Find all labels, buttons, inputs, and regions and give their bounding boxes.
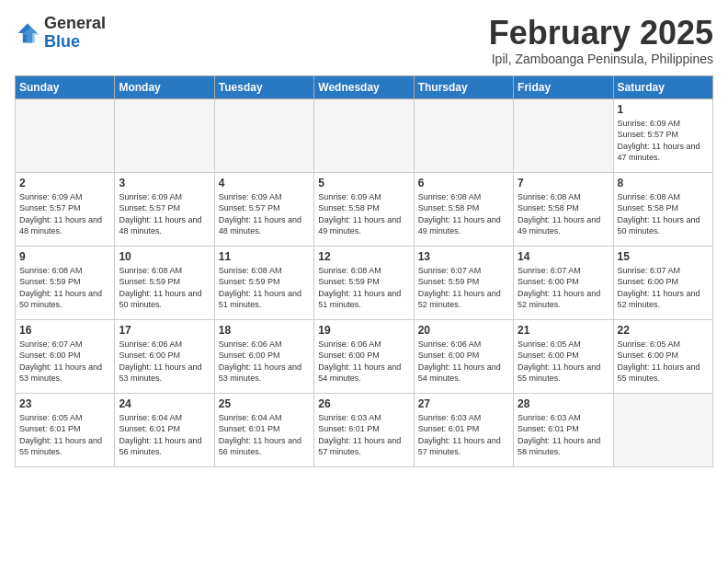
day-number: 26 — [318, 397, 409, 410]
weekday-header-wednesday: Wednesday — [314, 75, 414, 98]
day-info: Sunrise: 6:09 AM Sunset: 5:57 PM Dayligh… — [618, 118, 709, 164]
day-info: Sunrise: 6:05 AM Sunset: 6:01 PM Dayligh… — [19, 412, 110, 458]
day-info: Sunrise: 6:05 AM Sunset: 6:00 PM Dayligh… — [518, 339, 609, 385]
day-info: Sunrise: 6:08 AM Sunset: 5:58 PM Dayligh… — [618, 191, 709, 237]
calendar-day: 8Sunrise: 6:08 AM Sunset: 5:58 PM Daylig… — [613, 172, 712, 246]
day-number: 3 — [119, 177, 210, 190]
calendar-day: 2Sunrise: 6:09 AM Sunset: 5:57 PM Daylig… — [16, 172, 115, 246]
calendar-day: 15Sunrise: 6:07 AM Sunset: 6:00 PM Dayli… — [613, 246, 712, 319]
calendar-day: 27Sunrise: 6:03 AM Sunset: 6:01 PM Dayli… — [414, 393, 513, 466]
calendar-day: 21Sunrise: 6:05 AM Sunset: 6:00 PM Dayli… — [514, 319, 613, 393]
calendar-day: 7Sunrise: 6:08 AM Sunset: 5:58 PM Daylig… — [514, 172, 613, 246]
day-info: Sunrise: 6:03 AM Sunset: 6:01 PM Dayligh… — [318, 412, 409, 458]
calendar-day: 4Sunrise: 6:09 AM Sunset: 5:57 PM Daylig… — [214, 172, 313, 246]
day-number: 8 — [618, 177, 709, 190]
day-info: Sunrise: 6:08 AM Sunset: 5:59 PM Dayligh… — [318, 265, 409, 311]
weekday-header-monday: Monday — [115, 75, 214, 98]
day-info: Sunrise: 6:06 AM Sunset: 6:00 PM Dayligh… — [318, 339, 409, 385]
day-number: 11 — [219, 250, 310, 263]
day-number: 22 — [618, 324, 709, 337]
day-number: 12 — [318, 250, 409, 263]
calendar-day — [613, 393, 712, 466]
calendar-day: 22Sunrise: 6:05 AM Sunset: 6:00 PM Dayli… — [613, 319, 712, 393]
day-info: Sunrise: 6:09 AM Sunset: 5:57 PM Dayligh… — [19, 191, 110, 237]
day-info: Sunrise: 6:07 AM Sunset: 5:59 PM Dayligh… — [418, 265, 509, 311]
calendar-day: 26Sunrise: 6:03 AM Sunset: 6:01 PM Dayli… — [314, 393, 414, 466]
day-info: Sunrise: 6:09 AM Sunset: 5:57 PM Dayligh… — [119, 191, 210, 237]
calendar-week-3: 9Sunrise: 6:08 AM Sunset: 5:59 PM Daylig… — [16, 246, 713, 319]
calendar-day: 1Sunrise: 6:09 AM Sunset: 5:57 PM Daylig… — [613, 98, 712, 172]
day-number: 19 — [318, 324, 409, 337]
day-info: Sunrise: 6:07 AM Sunset: 6:00 PM Dayligh… — [19, 339, 110, 385]
weekday-header-saturday: Saturday — [613, 75, 712, 98]
day-info: Sunrise: 6:06 AM Sunset: 6:00 PM Dayligh… — [219, 339, 310, 385]
calendar-day: 23Sunrise: 6:05 AM Sunset: 6:01 PM Dayli… — [16, 393, 115, 466]
day-number: 21 — [518, 324, 609, 337]
calendar-header: SundayMondayTuesdayWednesdayThursdayFrid… — [16, 75, 713, 98]
day-info: Sunrise: 6:07 AM Sunset: 6:00 PM Dayligh… — [618, 265, 709, 311]
logo-icon — [15, 20, 40, 46]
day-info: Sunrise: 6:08 AM Sunset: 5:59 PM Dayligh… — [19, 265, 110, 311]
day-info: Sunrise: 6:08 AM Sunset: 5:59 PM Dayligh… — [119, 265, 210, 311]
calendar-week-1: 1Sunrise: 6:09 AM Sunset: 5:57 PM Daylig… — [16, 98, 713, 172]
day-number: 6 — [418, 177, 509, 190]
day-number: 27 — [418, 397, 509, 410]
calendar-day: 13Sunrise: 6:07 AM Sunset: 5:59 PM Dayli… — [414, 246, 513, 319]
calendar-day: 24Sunrise: 6:04 AM Sunset: 6:01 PM Dayli… — [115, 393, 214, 466]
calendar-day: 14Sunrise: 6:07 AM Sunset: 6:00 PM Dayli… — [514, 246, 613, 319]
day-info: Sunrise: 6:04 AM Sunset: 6:01 PM Dayligh… — [219, 412, 310, 458]
day-info: Sunrise: 6:06 AM Sunset: 6:00 PM Dayligh… — [418, 339, 509, 385]
calendar-day: 12Sunrise: 6:08 AM Sunset: 5:59 PM Dayli… — [314, 246, 414, 319]
day-number: 9 — [19, 250, 110, 263]
day-number: 18 — [219, 324, 310, 337]
day-number: 25 — [219, 397, 310, 410]
day-info: Sunrise: 6:08 AM Sunset: 5:58 PM Dayligh… — [518, 191, 609, 237]
day-info: Sunrise: 6:03 AM Sunset: 6:01 PM Dayligh… — [518, 412, 609, 458]
day-number: 17 — [119, 324, 210, 337]
day-number: 5 — [318, 177, 409, 190]
day-info: Sunrise: 6:09 AM Sunset: 5:57 PM Dayligh… — [219, 191, 310, 237]
day-info: Sunrise: 6:09 AM Sunset: 5:58 PM Dayligh… — [318, 191, 409, 237]
calendar-day: 17Sunrise: 6:06 AM Sunset: 6:00 PM Dayli… — [115, 319, 214, 393]
month-title: February 2025 — [489, 15, 713, 52]
day-info: Sunrise: 6:03 AM Sunset: 6:01 PM Dayligh… — [418, 412, 509, 458]
calendar-day: 19Sunrise: 6:06 AM Sunset: 6:00 PM Dayli… — [314, 319, 414, 393]
day-info: Sunrise: 6:08 AM Sunset: 5:58 PM Dayligh… — [418, 191, 509, 237]
calendar-day: 28Sunrise: 6:03 AM Sunset: 6:01 PM Dayli… — [514, 393, 613, 466]
weekday-header-friday: Friday — [514, 75, 613, 98]
weekday-header-tuesday: Tuesday — [214, 75, 313, 98]
day-number: 14 — [518, 250, 609, 263]
calendar-day: 25Sunrise: 6:04 AM Sunset: 6:01 PM Dayli… — [214, 393, 313, 466]
day-number: 16 — [19, 324, 110, 337]
day-info: Sunrise: 6:04 AM Sunset: 6:01 PM Dayligh… — [119, 412, 210, 458]
day-number: 24 — [119, 397, 210, 410]
day-info: Sunrise: 6:06 AM Sunset: 6:00 PM Dayligh… — [119, 339, 210, 385]
calendar-day — [514, 98, 613, 172]
day-number: 1 — [618, 103, 709, 116]
day-number: 20 — [418, 324, 509, 337]
calendar-day — [414, 98, 513, 172]
day-number: 2 — [19, 177, 110, 190]
calendar-day — [214, 98, 313, 172]
calendar-day: 16Sunrise: 6:07 AM Sunset: 6:00 PM Dayli… — [16, 319, 115, 393]
calendar-day — [115, 98, 214, 172]
page-header: General Blue February 2025 Ipil, Zamboan… — [15, 15, 713, 66]
day-number: 23 — [19, 397, 110, 410]
day-info: Sunrise: 6:08 AM Sunset: 5:59 PM Dayligh… — [219, 265, 310, 311]
day-number: 4 — [219, 177, 310, 190]
calendar-day: 5Sunrise: 6:09 AM Sunset: 5:58 PM Daylig… — [314, 172, 414, 246]
calendar-day: 18Sunrise: 6:06 AM Sunset: 6:00 PM Dayli… — [214, 319, 313, 393]
day-number: 13 — [418, 250, 509, 263]
day-info: Sunrise: 6:07 AM Sunset: 6:00 PM Dayligh… — [518, 265, 609, 311]
calendar-week-5: 23Sunrise: 6:05 AM Sunset: 6:01 PM Dayli… — [16, 393, 713, 466]
calendar-day: 6Sunrise: 6:08 AM Sunset: 5:58 PM Daylig… — [414, 172, 513, 246]
calendar-week-2: 2Sunrise: 6:09 AM Sunset: 5:57 PM Daylig… — [16, 172, 713, 246]
day-number: 28 — [518, 397, 609, 410]
day-number: 10 — [119, 250, 210, 263]
title-block: February 2025 Ipil, Zamboanga Peninsula,… — [489, 15, 713, 66]
calendar-day: 20Sunrise: 6:06 AM Sunset: 6:00 PM Dayli… — [414, 319, 513, 393]
day-info: Sunrise: 6:05 AM Sunset: 6:00 PM Dayligh… — [618, 339, 709, 385]
weekday-header-thursday: Thursday — [414, 75, 513, 98]
calendar-day: 11Sunrise: 6:08 AM Sunset: 5:59 PM Dayli… — [214, 246, 313, 319]
calendar-day — [16, 98, 115, 172]
